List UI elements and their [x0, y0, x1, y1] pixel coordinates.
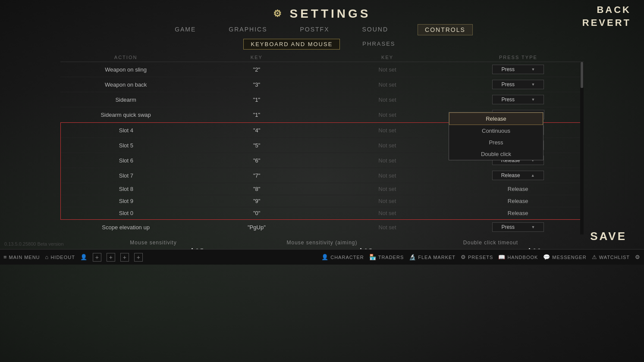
press-type-dropdown[interactable]: Press▼ [492, 80, 544, 89]
messenger-button[interactable]: 💬 MESSENGER [543, 254, 586, 260]
profile-button[interactable]: 👤 [80, 254, 88, 260]
table-row: Scope elevation up "PgUp" Not set Press▼ [60, 220, 584, 234]
table-row: Weapon on sling "2" Not set Press▼ [60, 62, 584, 77]
col-key1: KEY [191, 55, 322, 60]
table-row-slot7: Slot 7 "7" Not set Release▲ [61, 168, 583, 183]
press-type-dropdown[interactable]: Press▼ [492, 95, 544, 104]
settings-small-icon: ⚙ [635, 254, 641, 260]
messenger-icon: 💬 [543, 254, 550, 260]
sub-tabs: KEYBOARD AND MOUSE PHRASES [0, 39, 644, 50]
col-press-type: PRESS TYPE [453, 55, 584, 60]
scrollbar-track[interactable] [580, 62, 584, 234]
add-button-4[interactable]: + [134, 253, 143, 262]
table-row: Weapon on back "3" Not set Press▼ [60, 77, 584, 92]
presets-icon: ⚙ [461, 254, 466, 260]
press-type-dropdown[interactable]: Press▼ [492, 222, 544, 232]
profile-icon: 👤 [80, 254, 88, 260]
watchlist-button[interactable]: ⚠ WATCHLIST [592, 254, 630, 260]
presets-button[interactable]: ⚙ PRESETS [461, 254, 493, 260]
handbook-button[interactable]: 📖 HANDBOOK [498, 254, 538, 260]
gear-icon: ⚙ [273, 8, 284, 19]
watchlist-icon: ⚠ [592, 254, 597, 260]
settings-button[interactable]: ⚙ [635, 254, 641, 260]
flea-icon: 🔬 [409, 254, 416, 260]
add-button-3[interactable]: + [120, 253, 129, 262]
sub-tab-keyboard[interactable]: KEYBOARD AND MOUSE [243, 39, 340, 50]
revert-button[interactable]: REVERT [582, 17, 631, 28]
bottom-bar-left: ≡ MAIN MENU ⌂ HIDEOUT 👤 + + + + [3, 253, 143, 262]
bottom-bar-right: 👤 CHARACTER 🏪 TRADERS 🔬 FLEA MARKET ⚙ PR… [321, 254, 641, 260]
traders-label: TRADERS [378, 255, 404, 260]
add-button-1[interactable]: + [93, 253, 101, 262]
scrollbar-thumb[interactable] [581, 62, 583, 88]
traders-button[interactable]: 🏪 TRADERS [369, 254, 404, 260]
hideout-button[interactable]: ⌂ HIDEOUT [45, 254, 75, 260]
handbook-label: HANDBOOK [507, 255, 538, 260]
version-text: 0.13.5.0.25800 Beta version [4, 241, 64, 247]
tab-graphics[interactable]: GRAPHICS [225, 24, 270, 35]
table-row: Slot 0 "0" Not set Release [61, 207, 583, 219]
dropdown-item-continuous[interactable]: Continuous [449, 125, 543, 137]
tab-game[interactable]: GAME [171, 24, 199, 35]
col-key2: KEY [322, 55, 453, 60]
col-action: ACTION [60, 55, 191, 60]
watchlist-label: WATCHLIST [599, 255, 630, 260]
sub-tab-phrases[interactable]: PHRASES [357, 39, 400, 50]
tab-sound[interactable]: SOUND [359, 24, 392, 35]
table-header: ACTION KEY KEY PRESS TYPE [60, 53, 584, 62]
traders-icon: 🏪 [369, 254, 377, 260]
bottom-bar: ≡ MAIN MENU ⌂ HIDEOUT 👤 + + + + 👤 CHAR [0, 249, 644, 265]
messenger-label: MESSENGER [552, 255, 586, 260]
handbook-icon: 📖 [498, 254, 506, 260]
dropdown-item-double-click[interactable]: Double click [449, 148, 543, 160]
add-button-2[interactable]: + [107, 253, 115, 262]
character-label: CHARACTER [330, 255, 364, 260]
hideout-icon: ⌂ [45, 254, 49, 260]
press-type-dropdown-open[interactable]: Release▲ [492, 171, 544, 180]
tab-postfx[interactable]: POSTFX [296, 24, 333, 35]
press-type-dropdown-menu: Release Continuous Press Double click [449, 112, 543, 160]
dropdown-item-release[interactable]: Release [449, 112, 543, 125]
table-row: Sidearm "1" Not set Press▼ [60, 92, 584, 107]
main-tabs: GAME GRAPHICS POSTFX SOUND CONTROLS [0, 24, 644, 35]
flea-market-button[interactable]: 🔬 FLEA MARKET [409, 254, 456, 260]
flea-label: FLEA MARKET [418, 255, 456, 260]
tab-controls[interactable]: CONTROLS [418, 24, 473, 35]
press-type-dropdown[interactable]: Press▼ [492, 65, 544, 74]
menu-icon: ≡ [3, 254, 7, 260]
save-button[interactable]: SAVE [590, 230, 627, 243]
hideout-label: HIDEOUT [50, 255, 75, 260]
main-menu-button[interactable]: ≡ MAIN MENU [3, 254, 40, 260]
character-button[interactable]: 👤 CHARACTER [321, 254, 364, 260]
table-row: Slot 9 "9" Not set Release [61, 195, 583, 207]
back-button[interactable]: BACK [597, 4, 631, 16]
character-icon: 👤 [321, 254, 329, 260]
dropdown-item-press[interactable]: Press [449, 137, 543, 148]
main-menu-label: MAIN MENU [9, 255, 40, 260]
table-row: Slot 8 "8" Not set Release [61, 183, 583, 195]
presets-label: PRESETS [468, 255, 493, 260]
page-title: ⚙ SETTINGS [0, 0, 644, 21]
